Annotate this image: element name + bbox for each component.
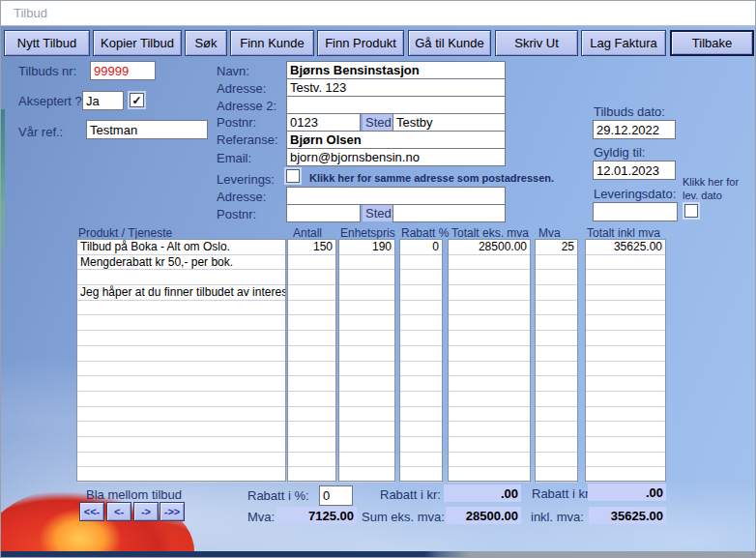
- table-cell[interactable]: [339, 270, 394, 285]
- nytt-tilbud-button[interactable]: Nytt Tilbud: [4, 30, 90, 56]
- table-cell[interactable]: [288, 331, 335, 346]
- table-cell[interactable]: [400, 437, 442, 453]
- sted-field[interactable]: Testby: [393, 113, 506, 132]
- table-cell[interactable]: [77, 392, 285, 407]
- table-cell[interactable]: [400, 270, 442, 285]
- table-cell[interactable]: [339, 255, 394, 271]
- table-cell[interactable]: 150: [288, 240, 335, 255]
- table-cell[interactable]: [586, 255, 665, 271]
- table-cell[interactable]: [400, 315, 442, 331]
- table-cell[interactable]: [586, 331, 665, 346]
- table-cell[interactable]: [586, 315, 665, 331]
- table-cell[interactable]: [536, 453, 577, 468]
- table-cell[interactable]: [339, 376, 394, 392]
- table-cell[interactable]: [339, 392, 394, 407]
- table-cell[interactable]: [400, 453, 442, 468]
- ga-til-kunde-button[interactable]: Gå til Kunde: [408, 30, 491, 56]
- table-cell[interactable]: [288, 453, 335, 468]
- table-cell[interactable]: [449, 255, 530, 271]
- table-cell[interactable]: 0: [400, 240, 442, 255]
- table-cell[interactable]: [400, 301, 442, 316]
- table-cell[interactable]: [288, 437, 335, 453]
- table-cell[interactable]: [77, 331, 285, 346]
- table-cell[interactable]: [400, 346, 442, 362]
- table-cell[interactable]: [586, 422, 665, 437]
- table-cell[interactable]: [586, 362, 665, 377]
- table-cell[interactable]: [536, 467, 577, 483]
- navn-field[interactable]: Bjørns Bensinstasjon: [286, 61, 506, 79]
- lev-dato-checkbox[interactable]: [684, 204, 698, 218]
- finn-kunde-button[interactable]: Finn Kunde: [230, 30, 314, 56]
- tilbuds-nr-field[interactable]: 99999: [90, 61, 156, 80]
- table-cell[interactable]: [77, 376, 285, 392]
- table-cell[interactable]: 28500.00: [449, 240, 530, 255]
- referanse-field[interactable]: Bjørn Olsen: [286, 131, 506, 149]
- table-cell[interactable]: [339, 407, 394, 423]
- table-cell[interactable]: [77, 346, 285, 362]
- table-cell[interactable]: [586, 270, 665, 285]
- table-cell[interactable]: [536, 315, 577, 331]
- table-cell[interactable]: [400, 422, 442, 437]
- table-cell[interactable]: [288, 346, 335, 362]
- table-cell[interactable]: [400, 392, 442, 407]
- table-cell[interactable]: [586, 407, 665, 423]
- table-cell[interactable]: [400, 255, 442, 271]
- previous-record-button[interactable]: <-: [106, 502, 131, 521]
- table-cell[interactable]: [288, 422, 335, 437]
- table-cell[interactable]: [449, 331, 530, 346]
- table-cell[interactable]: [339, 285, 394, 301]
- table-cell[interactable]: [586, 301, 665, 316]
- table-cell[interactable]: [400, 376, 442, 392]
- table-cell[interactable]: Mengderabatt kr 50,- per bok.: [77, 255, 285, 271]
- table-cell[interactable]: [339, 301, 394, 316]
- table-cell[interactable]: [339, 467, 394, 483]
- table-cell[interactable]: [449, 392, 530, 407]
- table-cell[interactable]: [339, 331, 394, 346]
- akseptert-field[interactable]: Ja: [82, 91, 124, 110]
- lag-faktura-button[interactable]: Lag Faktura: [581, 30, 666, 56]
- var-ref-field[interactable]: Testman: [86, 120, 208, 139]
- table-cell[interactable]: [449, 422, 530, 437]
- table-cell[interactable]: [449, 467, 530, 483]
- adresse-field[interactable]: Testv. 123: [286, 78, 506, 97]
- tilbuds-dato-field[interactable]: 29.12.2022: [593, 120, 676, 139]
- table-cell[interactable]: [77, 453, 285, 468]
- table-cell[interactable]: [400, 467, 442, 483]
- table-cell[interactable]: [288, 467, 335, 483]
- table-cell[interactable]: [536, 437, 577, 453]
- table-cell[interactable]: [77, 362, 285, 377]
- table-cell[interactable]: Tilbud på Boka - Alt om Oslo.: [77, 240, 285, 255]
- table-cell[interactable]: [536, 392, 577, 407]
- table-cell[interactable]: [288, 376, 335, 392]
- table-cell[interactable]: [77, 270, 285, 285]
- table-cell[interactable]: [449, 453, 530, 468]
- table-cell[interactable]: [449, 346, 530, 362]
- table-cell[interactable]: [536, 362, 577, 377]
- table-cell[interactable]: [288, 285, 335, 301]
- table-cell[interactable]: [449, 376, 530, 392]
- delivery-postnr-field[interactable]: [286, 204, 361, 222]
- table-cell[interactable]: [288, 362, 335, 377]
- table-cell[interactable]: [536, 301, 577, 316]
- table-cell[interactable]: 35625.00: [586, 240, 665, 255]
- next-record-button[interactable]: ->: [133, 502, 159, 521]
- table-cell[interactable]: [449, 437, 530, 453]
- adresse2-field[interactable]: [286, 96, 506, 114]
- rabatt-pct-field[interactable]: 0: [319, 485, 353, 506]
- table-cell[interactable]: [586, 392, 665, 407]
- table-cell[interactable]: 190: [339, 240, 394, 255]
- akseptert-checkbox[interactable]: ✓: [130, 93, 144, 107]
- table-cell[interactable]: [586, 437, 665, 453]
- table-cell[interactable]: [339, 362, 394, 377]
- table-cell[interactable]: [536, 376, 577, 392]
- table-cell[interactable]: [449, 301, 530, 316]
- tilbake-button[interactable]: Tilbake: [670, 30, 754, 56]
- table-cell[interactable]: [536, 270, 577, 285]
- table-cell[interactable]: [586, 346, 665, 362]
- table-cell[interactable]: [400, 331, 442, 346]
- table-cell[interactable]: [586, 467, 665, 483]
- table-cell[interactable]: [449, 407, 530, 423]
- sok-button[interactable]: Søk: [185, 30, 227, 56]
- table-cell[interactable]: [536, 422, 577, 437]
- table-cell[interactable]: [449, 315, 530, 331]
